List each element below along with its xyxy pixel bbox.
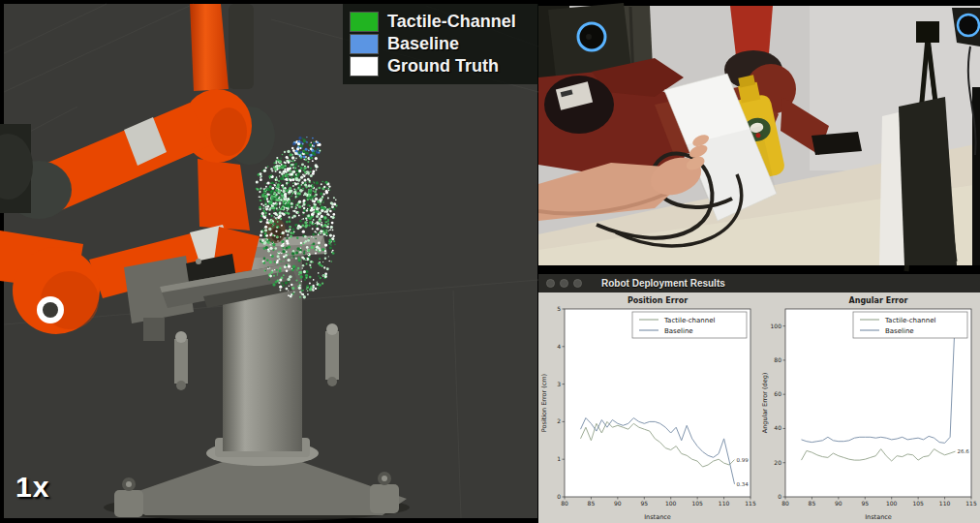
simulation-viewport: Tactile-ChannelBaselineGround Truth 1x	[0, 0, 538, 523]
y-tick-label: 0	[778, 493, 781, 500]
legend-label: Tactile-Channel	[387, 12, 516, 32]
plot-legend-label: Baseline	[664, 327, 693, 335]
legend-swatch-baseline	[351, 35, 378, 53]
y-tick-label: 60	[774, 390, 781, 397]
x-tick-label: 115	[745, 500, 756, 507]
chart-title: Angular Error	[849, 296, 908, 305]
y-axis-label: Angular Error (deg)	[761, 373, 769, 434]
camera-frame	[538, 0, 980, 274]
y-tick-label: 5	[557, 305, 561, 312]
app-screen: Tactile-ChannelBaselineGround Truth 1x	[0, 0, 980, 523]
camera-view	[538, 0, 980, 274]
charts-area: Position Error80859095100105110115012345…	[538, 292, 980, 523]
window-zoom-button[interactable]	[573, 279, 582, 288]
x-tick-label: 85	[809, 500, 816, 507]
x-axis-label: Instance	[865, 513, 892, 521]
x-tick-label: 80	[561, 500, 568, 507]
x-tick-label: 85	[588, 500, 596, 507]
x-tick-label: 80	[781, 500, 789, 507]
window-minimize-button[interactable]	[560, 279, 568, 288]
x-tick-label: 90	[614, 500, 622, 507]
y-tick-label: 0	[557, 493, 561, 500]
end-annotation: 26.6	[958, 448, 970, 454]
y-tick-label: 80	[774, 356, 781, 363]
y-tick-label: 1	[557, 455, 561, 462]
y-tick-label: 3	[557, 381, 561, 387]
x-tick-label: 95	[861, 500, 869, 507]
chart-title: Position Error	[628, 296, 688, 305]
y-axis-label: Position Error (cm)	[540, 374, 548, 432]
results-window: Robot Deployment Results Position Error8…	[538, 274, 980, 523]
end-annotation: 0.99	[737, 457, 750, 463]
y-tick-label: 100	[771, 323, 782, 329]
window-close-button[interactable]	[546, 279, 555, 288]
legend-item-baseline: Baseline	[351, 34, 535, 54]
plot-legend-label: Tactile-channel	[663, 317, 715, 324]
y-tick-label: 4	[557, 343, 561, 350]
x-tick-label: 90	[835, 500, 842, 507]
results-window-titlebar[interactable]: Robot Deployment Results	[538, 274, 980, 292]
x-tick-label: 100	[665, 500, 677, 507]
pose-legend: Tactile-ChannelBaselineGround Truth	[343, 4, 538, 84]
legend-label: Baseline	[387, 34, 459, 54]
end-annotation: 0.34	[737, 481, 750, 487]
x-tick-label: 100	[886, 500, 898, 507]
x-tick-label: 110	[719, 500, 730, 507]
y-tick-label: 20	[774, 459, 781, 466]
legend-label: Ground Truth	[387, 56, 499, 77]
y-tick-label: 2	[557, 417, 561, 424]
x-tick-label: 95	[640, 500, 648, 507]
x-tick-label: 105	[912, 500, 924, 507]
plot-legend-label: Baseline	[885, 327, 914, 335]
results-window-title: Robot Deployment Results	[601, 278, 725, 289]
legend-item-ground-truth: Ground Truth	[351, 56, 535, 77]
x-tick-label: 105	[691, 500, 703, 507]
y-tick-label: 40	[774, 424, 781, 431]
legend-swatch-ground-truth	[351, 57, 378, 76]
x-axis-label: Instance	[644, 513, 671, 521]
x-tick-label: 115	[965, 500, 977, 507]
x-tick-label: 110	[939, 500, 951, 507]
playback-speed-label: 1x	[15, 471, 49, 504]
legend-item-tactile-channel: Tactile-Channel	[351, 12, 535, 32]
plot-legend-label: Tactile-channel	[884, 317, 935, 324]
angular-error-chart: Angular Error808590951001051101150204060…	[760, 292, 980, 523]
legend-swatch-tactile-channel	[351, 13, 378, 31]
position-error-chart: Position Error80859095100105110115012345…	[539, 292, 759, 523]
